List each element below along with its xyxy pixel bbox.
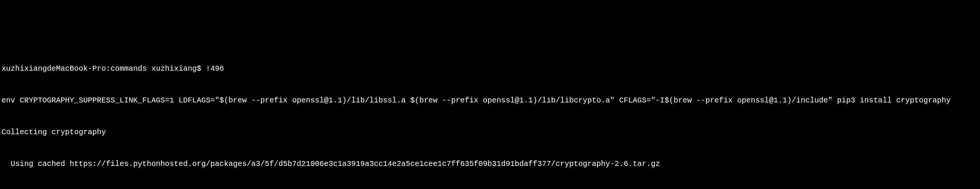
command-line: env CRYPTOGRAPHY_SUPPRESS_LINK_FLAGS=1 L… <box>2 95 978 106</box>
output-line: Collecting cryptography <box>2 127 978 138</box>
prompt-text: xuzhixiangdeMacBook-Pro:commands xuzhixi… <box>2 64 224 73</box>
output-line: Using cached https://files.pythonhosted.… <box>2 159 978 169</box>
terminal-output[interactable]: xuzhixiangdeMacBook-Pro:commands xuzhixi… <box>0 42 980 189</box>
prompt-line: xuzhixiangdeMacBook-Pro:commands xuzhixi… <box>2 64 978 74</box>
command-text: env CRYPTOGRAPHY_SUPPRESS_LINK_FLAGS=1 L… <box>2 96 950 105</box>
